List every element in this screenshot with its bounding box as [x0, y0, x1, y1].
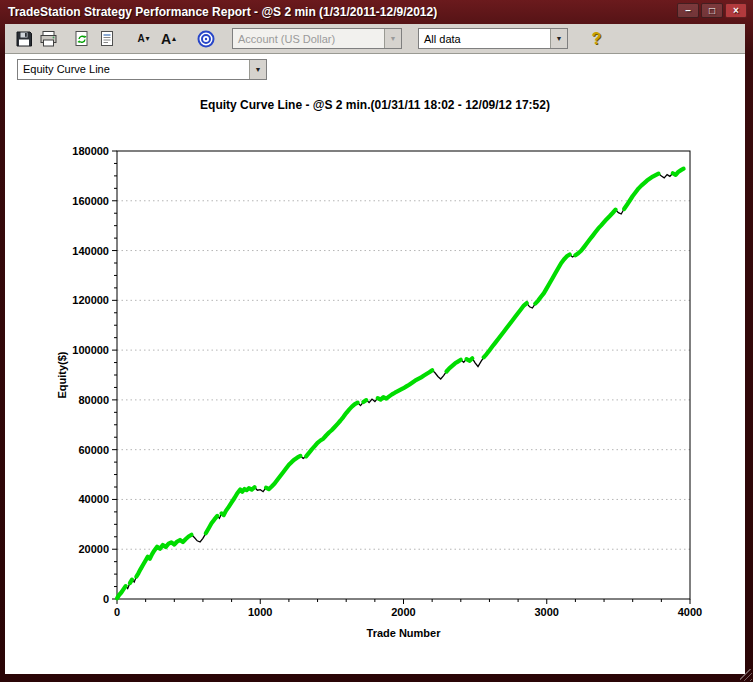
chevron-down-icon[interactable]: ▼	[249, 60, 266, 79]
help-icon: ?	[592, 30, 602, 48]
svg-text:160000: 160000	[72, 195, 109, 207]
decrease-font-icon: A	[137, 33, 144, 44]
refresh-report-icon	[73, 30, 91, 48]
account-dropdown-value: Account (US Dollar)	[238, 33, 335, 45]
chevron-down-icon: ▼	[384, 29, 401, 48]
window-title: TradeStation Strategy Performance Report…	[8, 5, 437, 19]
svg-text:60000: 60000	[78, 444, 109, 456]
client-area: A▾ A▴ Account (US Dollar) ▼ All data ▼	[5, 24, 745, 674]
refresh-report-button[interactable]	[69, 27, 94, 51]
target-button[interactable]	[193, 27, 218, 51]
svg-text:140000: 140000	[72, 245, 109, 257]
svg-text:100000: 100000	[72, 344, 109, 356]
chevron-down-icon[interactable]: ▼	[550, 29, 567, 48]
svg-text:0: 0	[103, 593, 109, 605]
svg-text:120000: 120000	[72, 294, 109, 306]
equity-curve-plot: 0200004000060000800001000001200001400001…	[50, 144, 705, 649]
svg-text:Equity($): Equity($)	[56, 351, 68, 398]
view-dropdown-value: Equity Curve Line	[23, 63, 110, 75]
view-selector-bar: Equity Curve Line ▼	[5, 54, 745, 84]
caret-down-icon: ▾	[146, 34, 150, 43]
svg-text:Trade Number: Trade Number	[367, 627, 442, 639]
save-button[interactable]	[11, 27, 36, 51]
svg-text:0: 0	[114, 606, 120, 618]
svg-text:3000: 3000	[535, 606, 559, 618]
svg-text:40000: 40000	[78, 493, 109, 505]
svg-text:2000: 2000	[391, 606, 415, 618]
report-content: Equity Curve Line - @S 2 min.(01/31/11 1…	[5, 84, 745, 673]
report-settings-button[interactable]	[94, 27, 119, 51]
increase-font-icon: A	[161, 31, 171, 47]
minimize-icon: –	[685, 6, 691, 16]
svg-text:20000: 20000	[78, 543, 109, 555]
report-settings-icon	[98, 30, 116, 48]
toolbar: A▾ A▴ Account (US Dollar) ▼ All data ▼	[5, 24, 745, 54]
increase-font-button[interactable]: A▴	[156, 27, 181, 51]
chart-title: Equity Curve Line - @S 2 min.(01/31/11 1…	[5, 98, 745, 112]
maximize-icon: □	[709, 6, 715, 16]
caret-up-icon: ▴	[172, 34, 176, 43]
tradestation-report-window: TradeStation Strategy Performance Report…	[0, 0, 753, 682]
equity-curve-chart: 0200004000060000800001000001200001400001…	[50, 144, 705, 653]
print-icon	[39, 30, 58, 48]
decrease-font-button[interactable]: A▾	[131, 27, 156, 51]
data-range-dropdown[interactable]: All data ▼	[418, 28, 568, 49]
help-button[interactable]: ?	[584, 27, 609, 51]
save-icon	[15, 30, 33, 48]
view-dropdown[interactable]: Equity Curve Line ▼	[17, 59, 267, 80]
resize-grip[interactable]	[740, 669, 752, 681]
svg-text:4000: 4000	[678, 606, 702, 618]
print-button[interactable]	[36, 27, 61, 51]
close-button[interactable]: ×	[725, 3, 747, 18]
window-controls: – □ ×	[677, 3, 747, 18]
minimize-button[interactable]: –	[677, 3, 699, 18]
bullseye-icon	[196, 29, 216, 49]
svg-text:1000: 1000	[248, 606, 272, 618]
maximize-button[interactable]: □	[701, 3, 723, 18]
titlebar[interactable]: TradeStation Strategy Performance Report…	[0, 0, 753, 24]
close-icon: ×	[733, 6, 739, 16]
data-range-dropdown-value: All data	[424, 33, 461, 45]
account-dropdown: Account (US Dollar) ▼	[232, 28, 402, 49]
svg-text:80000: 80000	[78, 394, 109, 406]
svg-text:180000: 180000	[72, 145, 109, 157]
